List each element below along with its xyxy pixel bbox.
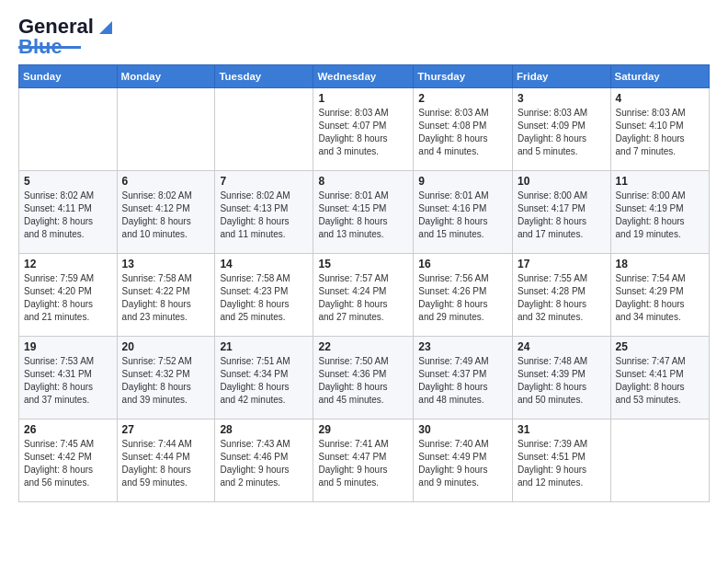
day-info: Sunrise: 7:53 AMSunset: 4:31 PMDaylight:… bbox=[24, 355, 112, 407]
day-info: Sunrise: 7:59 AMSunset: 4:20 PMDaylight:… bbox=[24, 272, 112, 324]
day-number: 31 bbox=[518, 423, 606, 436]
header: General Blue bbox=[18, 15, 710, 59]
day-number: 18 bbox=[616, 258, 704, 270]
calendar-table: SundayMondayTuesdayWednesdayThursdayFrid… bbox=[18, 64, 710, 502]
calendar-cell: 1Sunrise: 8:03 AMSunset: 4:07 PMDaylight… bbox=[313, 88, 414, 171]
day-info: Sunrise: 7:54 AMSunset: 4:29 PMDaylight:… bbox=[616, 272, 704, 324]
day-number: 22 bbox=[318, 340, 408, 353]
day-number: 6 bbox=[122, 175, 210, 188]
calendar-cell: 25Sunrise: 7:47 AMSunset: 4:41 PMDayligh… bbox=[610, 337, 709, 419]
calendar-cell: 8Sunrise: 8:01 AMSunset: 4:15 PMDaylight… bbox=[313, 171, 414, 254]
calendar-cell: 23Sunrise: 7:49 AMSunset: 4:37 PMDayligh… bbox=[414, 337, 513, 419]
calendar-cell: 18Sunrise: 7:54 AMSunset: 4:29 PMDayligh… bbox=[610, 254, 709, 337]
calendar-week-4: 19Sunrise: 7:53 AMSunset: 4:31 PMDayligh… bbox=[19, 337, 710, 419]
day-number: 19 bbox=[24, 340, 112, 353]
calendar-cell: 30Sunrise: 7:40 AMSunset: 4:49 PMDayligh… bbox=[414, 419, 513, 502]
calendar-cell: 6Sunrise: 8:02 AMSunset: 4:12 PMDaylight… bbox=[117, 171, 215, 254]
calendar-cell: 26Sunrise: 7:45 AMSunset: 4:42 PMDayligh… bbox=[19, 419, 118, 502]
calendar-week-3: 12Sunrise: 7:59 AMSunset: 4:20 PMDayligh… bbox=[19, 254, 710, 337]
weekday-header-saturday: Saturday bbox=[610, 65, 709, 88]
day-number: 15 bbox=[318, 258, 408, 270]
day-info: Sunrise: 7:49 AMSunset: 4:37 PMDaylight:… bbox=[418, 355, 507, 407]
day-info: Sunrise: 7:47 AMSunset: 4:41 PMDaylight:… bbox=[616, 355, 704, 407]
logo-blue: Blue bbox=[18, 35, 63, 59]
calendar-cell: 21Sunrise: 7:51 AMSunset: 4:34 PMDayligh… bbox=[215, 337, 313, 419]
calendar-cell: 14Sunrise: 7:58 AMSunset: 4:23 PMDayligh… bbox=[215, 254, 313, 337]
calendar-week-5: 26Sunrise: 7:45 AMSunset: 4:42 PMDayligh… bbox=[19, 419, 710, 502]
day-number: 13 bbox=[122, 258, 210, 270]
day-info: Sunrise: 8:03 AMSunset: 4:08 PMDaylight:… bbox=[418, 107, 507, 158]
day-info: Sunrise: 7:58 AMSunset: 4:22 PMDaylight:… bbox=[122, 272, 210, 324]
day-number: 16 bbox=[418, 258, 507, 270]
calendar-cell bbox=[215, 88, 313, 171]
day-info: Sunrise: 7:56 AMSunset: 4:26 PMDaylight:… bbox=[418, 272, 507, 324]
day-number: 1 bbox=[318, 92, 408, 105]
calendar-cell: 3Sunrise: 8:03 AMSunset: 4:09 PMDaylight… bbox=[513, 88, 611, 171]
calendar-cell: 15Sunrise: 7:57 AMSunset: 4:24 PMDayligh… bbox=[313, 254, 414, 337]
calendar-cell: 17Sunrise: 7:55 AMSunset: 4:28 PMDayligh… bbox=[513, 254, 611, 337]
day-number: 30 bbox=[418, 423, 507, 436]
calendar-cell: 29Sunrise: 7:41 AMSunset: 4:47 PMDayligh… bbox=[313, 419, 414, 502]
weekday-header-tuesday: Tuesday bbox=[215, 65, 313, 88]
day-info: Sunrise: 7:44 AMSunset: 4:44 PMDaylight:… bbox=[122, 438, 210, 489]
day-number: 4 bbox=[616, 92, 704, 105]
day-info: Sunrise: 8:03 AMSunset: 4:07 PMDaylight:… bbox=[318, 107, 408, 158]
day-info: Sunrise: 7:45 AMSunset: 4:42 PMDaylight:… bbox=[24, 438, 112, 489]
day-info: Sunrise: 7:40 AMSunset: 4:49 PMDaylight:… bbox=[418, 438, 507, 489]
weekday-header-sunday: Sunday bbox=[19, 65, 118, 88]
day-number: 8 bbox=[318, 175, 408, 188]
day-number: 29 bbox=[318, 423, 408, 436]
day-number: 17 bbox=[518, 258, 606, 270]
calendar-cell: 24Sunrise: 7:48 AMSunset: 4:39 PMDayligh… bbox=[513, 337, 611, 419]
day-number: 28 bbox=[220, 423, 308, 436]
calendar-cell: 10Sunrise: 8:00 AMSunset: 4:17 PMDayligh… bbox=[513, 171, 611, 254]
calendar-cell: 12Sunrise: 7:59 AMSunset: 4:20 PMDayligh… bbox=[19, 254, 118, 337]
calendar-cell: 27Sunrise: 7:44 AMSunset: 4:44 PMDayligh… bbox=[117, 419, 215, 502]
day-number: 27 bbox=[122, 423, 210, 436]
day-number: 11 bbox=[616, 175, 704, 188]
calendar-week-2: 5Sunrise: 8:02 AMSunset: 4:11 PMDaylight… bbox=[19, 171, 710, 254]
day-info: Sunrise: 7:51 AMSunset: 4:34 PMDaylight:… bbox=[220, 355, 308, 407]
calendar-cell: 22Sunrise: 7:50 AMSunset: 4:36 PMDayligh… bbox=[313, 337, 414, 419]
day-number: 25 bbox=[616, 340, 704, 353]
day-info: Sunrise: 7:50 AMSunset: 4:36 PMDaylight:… bbox=[318, 355, 408, 407]
calendar-cell: 7Sunrise: 8:02 AMSunset: 4:13 PMDaylight… bbox=[215, 171, 313, 254]
calendar-cell: 13Sunrise: 7:58 AMSunset: 4:22 PMDayligh… bbox=[117, 254, 215, 337]
weekday-header-monday: Monday bbox=[117, 65, 215, 88]
calendar-week-1: 1Sunrise: 8:03 AMSunset: 4:07 PMDaylight… bbox=[19, 88, 710, 171]
day-info: Sunrise: 7:43 AMSunset: 4:46 PMDaylight:… bbox=[220, 438, 308, 489]
calendar-cell: 2Sunrise: 8:03 AMSunset: 4:08 PMDaylight… bbox=[414, 88, 513, 171]
logo-icon bbox=[96, 17, 116, 38]
day-info: Sunrise: 7:48 AMSunset: 4:39 PMDaylight:… bbox=[518, 355, 606, 407]
day-info: Sunrise: 8:03 AMSunset: 4:10 PMDaylight:… bbox=[616, 107, 704, 158]
calendar-cell: 4Sunrise: 8:03 AMSunset: 4:10 PMDaylight… bbox=[610, 88, 709, 171]
day-number: 21 bbox=[220, 340, 308, 353]
calendar-cell: 11Sunrise: 8:00 AMSunset: 4:19 PMDayligh… bbox=[610, 171, 709, 254]
day-number: 12 bbox=[24, 258, 112, 270]
day-number: 5 bbox=[24, 175, 112, 188]
weekday-header-thursday: Thursday bbox=[414, 65, 513, 88]
day-info: Sunrise: 7:55 AMSunset: 4:28 PMDaylight:… bbox=[518, 272, 606, 324]
calendar-cell bbox=[610, 419, 709, 502]
calendar-cell: 19Sunrise: 7:53 AMSunset: 4:31 PMDayligh… bbox=[19, 337, 118, 419]
logo: General Blue bbox=[18, 15, 116, 59]
day-number: 3 bbox=[518, 92, 606, 105]
day-info: Sunrise: 8:02 AMSunset: 4:13 PMDaylight:… bbox=[220, 190, 308, 241]
day-number: 10 bbox=[518, 175, 606, 188]
day-info: Sunrise: 8:01 AMSunset: 4:16 PMDaylight:… bbox=[418, 190, 507, 241]
day-number: 7 bbox=[220, 175, 308, 188]
day-number: 24 bbox=[518, 340, 606, 353]
day-info: Sunrise: 7:57 AMSunset: 4:24 PMDaylight:… bbox=[318, 272, 408, 324]
day-number: 9 bbox=[418, 175, 507, 188]
calendar-cell: 16Sunrise: 7:56 AMSunset: 4:26 PMDayligh… bbox=[414, 254, 513, 337]
day-info: Sunrise: 7:41 AMSunset: 4:47 PMDaylight:… bbox=[318, 438, 408, 489]
weekday-header-row: SundayMondayTuesdayWednesdayThursdayFrid… bbox=[19, 65, 710, 88]
weekday-header-friday: Friday bbox=[513, 65, 611, 88]
calendar-cell: 9Sunrise: 8:01 AMSunset: 4:16 PMDaylight… bbox=[414, 171, 513, 254]
calendar-cell bbox=[117, 88, 215, 171]
day-number: 23 bbox=[418, 340, 507, 353]
calendar-cell: 20Sunrise: 7:52 AMSunset: 4:32 PMDayligh… bbox=[117, 337, 215, 419]
day-info: Sunrise: 8:00 AMSunset: 4:17 PMDaylight:… bbox=[518, 190, 606, 241]
day-info: Sunrise: 7:58 AMSunset: 4:23 PMDaylight:… bbox=[220, 272, 308, 324]
day-number: 26 bbox=[24, 423, 112, 436]
